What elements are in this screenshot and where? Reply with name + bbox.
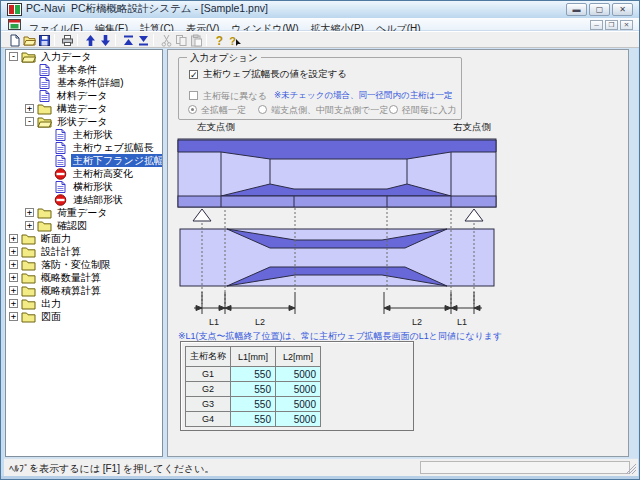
tree-item-label[interactable]: 横桁形状 bbox=[71, 180, 115, 193]
set-value-checkbox[interactable]: ✓ bbox=[189, 70, 198, 79]
print-icon bbox=[61, 34, 74, 47]
tree-item-3[interactable]: 材料データ bbox=[6, 89, 162, 102]
tree-item-label[interactable]: 荷重データ bbox=[55, 206, 109, 219]
l1-value-cell[interactable]: 550 bbox=[231, 382, 276, 397]
expand-icon[interactable]: + bbox=[25, 208, 34, 217]
collapse-icon[interactable]: - bbox=[25, 117, 34, 126]
tree-item-0[interactable]: -入力データ bbox=[6, 50, 162, 63]
expand-icon[interactable]: + bbox=[9, 247, 18, 256]
toolbar-separator bbox=[206, 34, 207, 46]
arrow-double-up-button[interactable] bbox=[121, 33, 136, 48]
l1-value-cell[interactable]: 550 bbox=[231, 412, 276, 427]
tree-item-14[interactable]: +断面力 bbox=[6, 232, 162, 245]
maximize-button[interactable]: ▢ bbox=[589, 3, 610, 16]
tree-item-18[interactable]: +概略積算計算 bbox=[6, 284, 162, 297]
dim-label-l2-left: L2 bbox=[255, 317, 265, 327]
l1-value-cell[interactable]: 550 bbox=[231, 397, 276, 412]
expand-icon[interactable]: + bbox=[25, 221, 34, 230]
tree-item-20[interactable]: +図面 bbox=[6, 310, 162, 323]
mdi-close-button[interactable]: ✕ bbox=[620, 20, 633, 30]
expand-icon[interactable]: + bbox=[9, 234, 18, 243]
tree-item-label[interactable]: 連結部形状 bbox=[71, 193, 125, 206]
close-button[interactable]: ✕ bbox=[612, 3, 633, 16]
tree-item-label[interactable]: 図面 bbox=[39, 310, 63, 323]
menu-bar: ファイル(F)編集(E)計算(C)表示(V)ウィンドウ(W)拡大縮小(P)ヘルプ… bbox=[1, 18, 639, 31]
tree-item-5[interactable]: -形状データ bbox=[6, 115, 162, 128]
tree-item-label[interactable]: 落防・変位制限 bbox=[39, 258, 113, 271]
tree-item-9[interactable]: 主桁桁高変化 bbox=[6, 167, 162, 180]
client-area: -入力データ基本条件基本条件(詳細)材料データ+構造データ-形状データ主桁形状主… bbox=[4, 48, 638, 458]
copy-icon bbox=[175, 34, 188, 47]
mdi-close-icon: ✕ bbox=[624, 21, 629, 28]
tree-item-label[interactable]: 主桁ウェブ拡幅長 bbox=[71, 141, 156, 154]
tree-item-11[interactable]: 連結部形状 bbox=[6, 193, 162, 206]
tree-item-label[interactable]: 主桁下フランジ拡幅長 bbox=[71, 154, 163, 167]
tree-item-12[interactable]: +荷重データ bbox=[6, 206, 162, 219]
window-frame-bottom bbox=[1, 476, 640, 480]
arrow-up-button[interactable] bbox=[83, 33, 98, 48]
help-pointer-button[interactable]: ? bbox=[227, 33, 242, 48]
plan-body bbox=[180, 229, 494, 286]
tree-item-19[interactable]: +出力 bbox=[6, 297, 162, 310]
tree-item-1[interactable]: 基本条件 bbox=[6, 63, 162, 76]
tree-item-16[interactable]: +落防・変位制限 bbox=[6, 258, 162, 271]
arrow-down-button[interactable] bbox=[98, 33, 113, 48]
tree-item-label[interactable]: 主桁桁高変化 bbox=[71, 167, 135, 180]
mdi-minimize-button[interactable]: ─ bbox=[590, 20, 603, 30]
tree-item-label[interactable]: 材料データ bbox=[55, 89, 109, 102]
tree-item-7[interactable]: 主桁ウェブ拡幅長 bbox=[6, 141, 162, 154]
l2-value-cell[interactable]: 5000 bbox=[276, 367, 321, 382]
expand-icon[interactable]: + bbox=[9, 273, 18, 282]
tree-item-label[interactable]: 確認図 bbox=[55, 219, 89, 232]
tree-item-6[interactable]: 主桁形状 bbox=[6, 128, 162, 141]
tree-item-label[interactable]: 基本条件 bbox=[55, 63, 99, 76]
print-button[interactable] bbox=[60, 33, 75, 48]
tree-item-label[interactable]: 入力データ bbox=[39, 50, 93, 63]
tree-item-15[interactable]: +設計計算 bbox=[6, 245, 162, 258]
tree-item-17[interactable]: +概略数量計算 bbox=[6, 271, 162, 284]
arrow-double-down-button[interactable] bbox=[136, 33, 151, 48]
tree-item-10[interactable]: 横桁形状 bbox=[6, 180, 162, 193]
new-file-button[interactable] bbox=[7, 33, 22, 48]
expand-icon[interactable]: + bbox=[9, 312, 18, 321]
expand-icon[interactable]: + bbox=[9, 299, 18, 308]
expand-icon[interactable]: + bbox=[9, 286, 18, 295]
tree-item-8[interactable]: 主桁下フランジ拡幅長 bbox=[6, 154, 162, 167]
folder-icon bbox=[37, 207, 52, 219]
tree-item-label[interactable]: 概略積算計算 bbox=[39, 284, 103, 297]
girder-table-panel: 主桁名称L1[mm]L2[mm]G15505000G25505000G35505… bbox=[180, 341, 414, 431]
radio-per-span-label: 径間毎に入力 bbox=[402, 104, 456, 117]
svg-text:?: ? bbox=[229, 35, 236, 47]
tree-item-label[interactable]: 概略数量計算 bbox=[39, 271, 103, 284]
banned-icon bbox=[53, 194, 68, 206]
mdi-restore-button[interactable]: ❐ bbox=[605, 20, 618, 30]
collapse-icon[interactable]: - bbox=[9, 52, 18, 61]
l2-value-cell[interactable]: 5000 bbox=[276, 397, 321, 412]
minimize-button[interactable]: ▬ bbox=[566, 3, 587, 16]
expand-icon[interactable]: + bbox=[25, 104, 34, 113]
tree-item-13[interactable]: +確認図 bbox=[6, 219, 162, 232]
open-folder-icon bbox=[23, 34, 36, 47]
radio-per-span bbox=[389, 105, 398, 114]
open-folder-button[interactable] bbox=[22, 33, 37, 48]
help-button[interactable]: ? bbox=[212, 33, 227, 48]
radio-uniform bbox=[188, 105, 197, 114]
tree-item-2[interactable]: 基本条件(詳細) bbox=[6, 76, 162, 89]
tree-item-label[interactable]: 形状データ bbox=[55, 115, 109, 128]
tree-item-label[interactable]: 断面力 bbox=[39, 232, 73, 245]
minimize-icon: ▬ bbox=[573, 5, 581, 14]
girder-name-cell: G2 bbox=[186, 382, 231, 397]
save-button[interactable] bbox=[37, 33, 52, 48]
title-bar: PC-Navi PC桁橋概略設計システム - [Sample1.pnv] ▬ ▢… bbox=[1, 1, 639, 18]
l1-value-cell[interactable]: 550 bbox=[231, 367, 276, 382]
resize-grip-icon[interactable] bbox=[625, 463, 636, 474]
l2-value-cell[interactable]: 5000 bbox=[276, 412, 321, 427]
tree-item-label[interactable]: 構造データ bbox=[55, 102, 109, 115]
expand-icon[interactable]: + bbox=[9, 260, 18, 269]
tree-item-label[interactable]: 基本条件(詳細) bbox=[55, 76, 126, 89]
tree-item-label[interactable]: 主桁形状 bbox=[71, 128, 115, 141]
l2-value-cell[interactable]: 5000 bbox=[276, 382, 321, 397]
tree-item-label[interactable]: 出力 bbox=[39, 297, 63, 310]
tree-item-4[interactable]: +構造データ bbox=[6, 102, 162, 115]
tree-item-label[interactable]: 設計計算 bbox=[39, 245, 83, 258]
